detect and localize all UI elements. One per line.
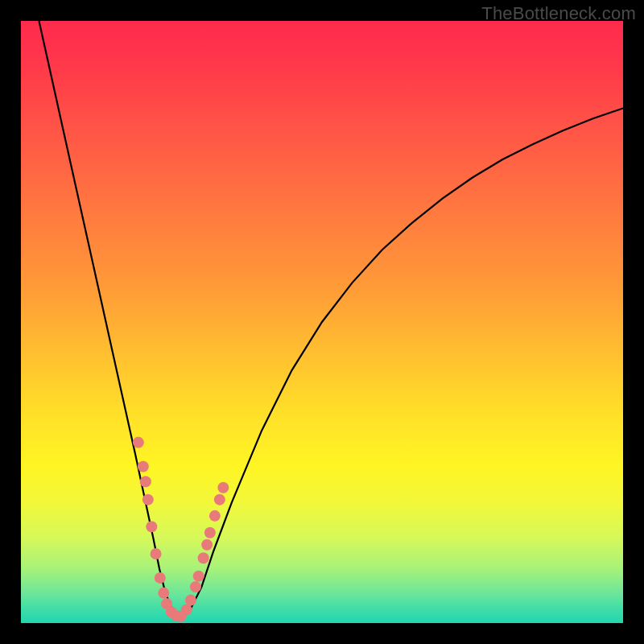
- marker-dot: [193, 571, 204, 582]
- chart-frame: TheBottleneck.com: [0, 0, 644, 644]
- marker-group: [133, 437, 229, 622]
- marker-dot: [155, 572, 166, 584]
- marker-dot: [181, 605, 192, 616]
- plot-area: [21, 21, 623, 623]
- marker-dot: [142, 494, 154, 506]
- marker-dot: [204, 527, 216, 539]
- marker-dot: [133, 437, 144, 448]
- chart-svg: [21, 21, 623, 623]
- marker-dot: [201, 539, 213, 551]
- bottleneck-curve: [39, 21, 623, 617]
- marker-dot: [214, 494, 225, 506]
- marker-dot: [198, 552, 209, 564]
- marker-dot: [140, 476, 151, 487]
- marker-dot: [190, 581, 201, 592]
- marker-dot: [158, 588, 169, 599]
- marker-dot: [138, 461, 149, 473]
- marker-dot: [217, 482, 229, 493]
- marker-dot: [209, 510, 221, 522]
- marker-dot: [146, 521, 157, 532]
- marker-dot: [185, 595, 196, 606]
- marker-dot: [151, 548, 162, 559]
